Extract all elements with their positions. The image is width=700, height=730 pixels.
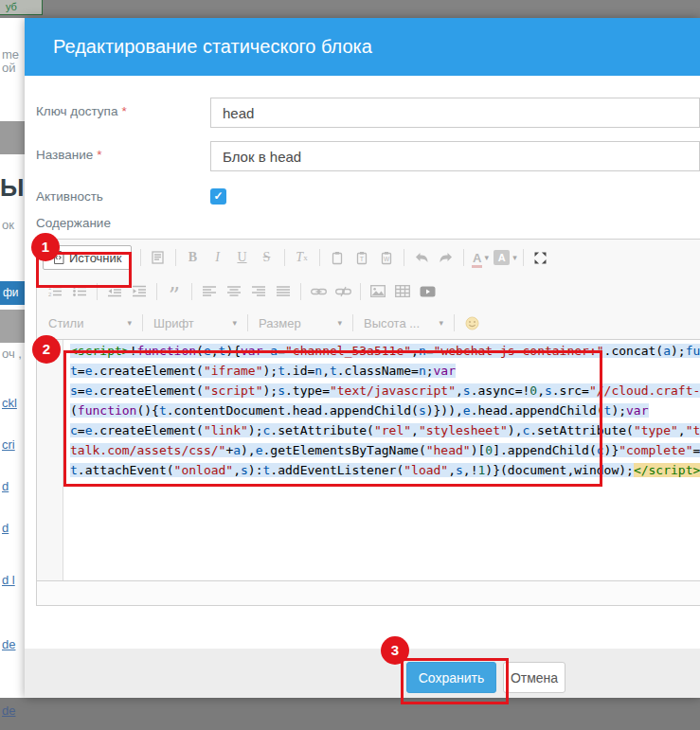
text-color-icon: A: [473, 251, 481, 265]
background-link: de: [2, 703, 15, 718]
overlay-top: [0, 0, 700, 18]
paste-plain-text-icon: T: [355, 251, 368, 265]
activity-checkbox[interactable]: ✓: [210, 188, 226, 205]
image-button[interactable]: [366, 280, 390, 303]
align-center-button[interactable]: [222, 280, 246, 303]
background-block: [0, 310, 25, 343]
align-left-icon: [203, 286, 217, 297]
dialog-footer: Сохранить Отмена: [25, 649, 700, 698]
youtube-icon: [420, 286, 436, 297]
annotation-box-save: [401, 658, 509, 704]
italic-button[interactable]: I: [206, 246, 230, 269]
background-selected-row: фи: [0, 281, 25, 305]
caret-down-icon: ▾: [439, 318, 443, 328]
required-asterisk: *: [121, 104, 126, 118]
remove-format-t: T: [296, 250, 303, 265]
text-color-button[interactable]: A ▾: [469, 246, 494, 269]
name-input[interactable]: [210, 141, 700, 171]
paste-word-button[interactable]: W: [374, 246, 399, 269]
link-button[interactable]: [306, 280, 331, 303]
text-color-letter: A: [473, 251, 481, 265]
font-dropdown[interactable]: Шрифт▾: [148, 316, 242, 330]
size-dropdown[interactable]: Размер▾: [253, 316, 348, 330]
caret-down-icon: ▾: [512, 253, 517, 262]
paste-icon: [331, 251, 344, 265]
cancel-button[interactable]: Отмена: [503, 662, 565, 693]
editor-toolbar: Источник B I U S Tx: [37, 240, 700, 340]
toolbar-row-1: Источник B I U S Tx: [37, 240, 700, 276]
background-link: d: [2, 479, 9, 493]
toolbar-separator: [463, 249, 464, 266]
background-corner-text: уб: [6, 1, 17, 12]
name-field-wrap: [210, 141, 700, 171]
background-heading: Ы: [0, 173, 24, 203]
background-color-button[interactable]: A ▾: [494, 246, 518, 269]
background-text: оч ,: [2, 347, 22, 361]
emoji-button[interactable]: [459, 312, 484, 334]
background-color-letter: A: [498, 252, 506, 263]
dialog-header: Редактирование статического блока: [25, 18, 700, 76]
toolbar-separator: [142, 314, 143, 331]
remove-format-button[interactable]: Tx: [290, 246, 314, 269]
content-label: Содержание: [36, 216, 700, 230]
annotation-step-3: 3: [381, 636, 409, 665]
caret-down-icon: ▾: [232, 318, 237, 328]
font-dropdown-label: Шрифт: [153, 316, 194, 330]
toolbar-separator: [454, 314, 455, 331]
background-color-icon: A: [494, 250, 510, 265]
activity-row: Активность ✓: [36, 185, 700, 205]
undo-button[interactable]: [409, 246, 434, 269]
unlink-button[interactable]: [331, 280, 355, 303]
svg-text:T: T: [359, 256, 364, 262]
blockquote-button[interactable]: ”: [162, 276, 187, 308]
paste-button[interactable]: [325, 246, 350, 269]
annotation-box-code: [63, 350, 602, 487]
svg-text:W: W: [383, 256, 389, 262]
redo-button[interactable]: [434, 246, 458, 269]
background-link: cri: [2, 437, 15, 452]
access-key-label: Ключ доступа*: [36, 98, 210, 128]
activity-label: Активность: [36, 185, 210, 205]
access-key-label-text: Ключ доступа: [36, 104, 117, 118]
background-row-text: фи: [3, 286, 19, 299]
align-right-button[interactable]: [246, 280, 271, 303]
background-page-strip: me ой Ы ок фи оч , ckl cri d d d l de: [0, 18, 25, 698]
toolbar-separator: [360, 283, 361, 300]
styles-dropdown[interactable]: Стили▾: [43, 316, 137, 330]
toolbar-separator: [319, 249, 320, 266]
toolbar-row-3: Стили▾ Шрифт▾ Размер▾ Высота ...▾: [37, 307, 700, 339]
text-color-bar: [472, 265, 482, 268]
line-height-dropdown[interactable]: Высота ...▾: [358, 316, 449, 330]
toolbar-separator: [284, 249, 285, 266]
overlay-bottom: de: [0, 698, 700, 730]
code-gutter: 1: [37, 340, 63, 580]
underline-button[interactable]: U: [230, 246, 255, 269]
background-corner-box: уб: [0, 0, 43, 15]
caret-down-icon: ▾: [337, 318, 342, 328]
paste-text-button[interactable]: T: [350, 246, 374, 269]
youtube-button[interactable]: [415, 280, 440, 303]
name-row: Название*: [36, 141, 700, 171]
access-key-input[interactable]: [210, 98, 700, 128]
strikethrough-button[interactable]: S: [255, 246, 279, 269]
link-icon: [311, 287, 327, 296]
templates-button[interactable]: [146, 246, 171, 269]
justify-button[interactable]: [271, 280, 296, 303]
styles-dropdown-label: Стили: [48, 316, 83, 330]
background-link: de: [2, 637, 15, 651]
size-dropdown-label: Размер: [259, 316, 301, 330]
toolbar-separator: [523, 249, 524, 266]
table-button[interactable]: [390, 280, 415, 303]
maximize-button[interactable]: [529, 246, 553, 269]
annotation-step-1: 1: [31, 233, 60, 261]
paste-from-word-icon: W: [380, 251, 393, 265]
unlink-icon: [335, 286, 351, 297]
toolbar-separator: [156, 283, 157, 300]
align-left-button[interactable]: [197, 280, 222, 303]
background-text: ок: [2, 218, 14, 232]
access-key-row: Ключ доступа*: [36, 98, 700, 128]
undo-icon: [414, 252, 429, 263]
align-center-icon: [227, 286, 242, 297]
background-text: me: [2, 47, 19, 62]
bold-button[interactable]: B: [181, 246, 206, 269]
